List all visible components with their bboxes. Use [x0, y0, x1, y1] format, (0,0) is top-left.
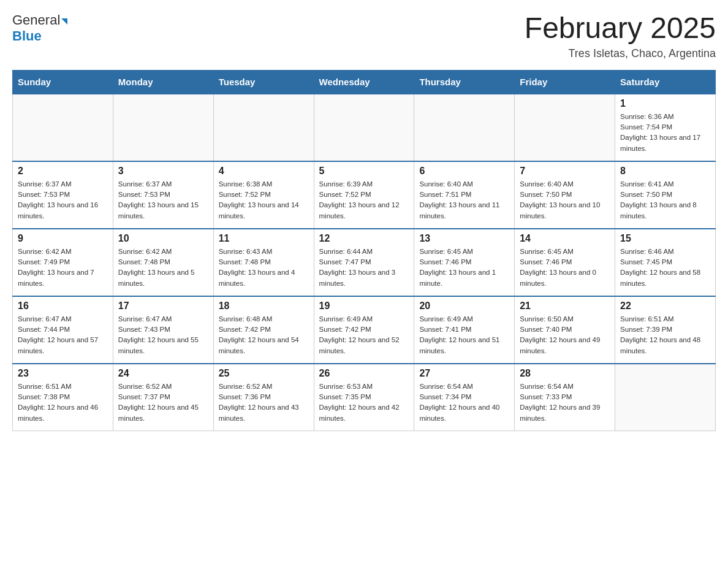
day-number: 3 — [118, 166, 208, 177]
day-info: Sunrise: 6:40 AMSunset: 7:51 PMDaylight:… — [419, 179, 509, 221]
day-info: Sunrise: 6:49 AMSunset: 7:41 PMDaylight:… — [419, 314, 509, 356]
header-thursday: Thursday — [414, 70, 515, 94]
day-info: Sunrise: 6:53 AMSunset: 7:35 PMDaylight:… — [319, 381, 409, 424]
day-info: Sunrise: 6:39 AMSunset: 7:52 PMDaylight:… — [319, 179, 409, 221]
calendar-cell: 4Sunrise: 6:38 AMSunset: 7:52 PMDaylight… — [213, 161, 314, 229]
day-info: Sunrise: 6:42 AMSunset: 7:49 PMDaylight:… — [18, 247, 108, 289]
day-info: Sunrise: 6:54 AMSunset: 7:33 PMDaylight:… — [520, 381, 610, 424]
day-number: 5 — [319, 166, 409, 177]
day-number: 7 — [520, 166, 610, 177]
day-info: Sunrise: 6:45 AMSunset: 7:46 PMDaylight:… — [520, 247, 610, 289]
day-number: 2 — [18, 166, 108, 177]
calendar-cell: 15Sunrise: 6:46 AMSunset: 7:45 PMDayligh… — [615, 229, 716, 296]
calendar-cell: 28Sunrise: 6:54 AMSunset: 7:33 PMDayligh… — [515, 364, 615, 431]
day-number: 1 — [620, 98, 710, 109]
calendar-cell — [213, 94, 314, 161]
calendar-cell: 16Sunrise: 6:47 AMSunset: 7:44 PMDayligh… — [13, 296, 113, 364]
header-wednesday: Wednesday — [314, 70, 414, 94]
calendar-header: SundayMondayTuesdayWednesdayThursdayFrid… — [13, 70, 716, 94]
calendar-cell: 24Sunrise: 6:52 AMSunset: 7:37 PMDayligh… — [113, 364, 213, 431]
calendar-cell: 7Sunrise: 6:40 AMSunset: 7:50 PMDaylight… — [515, 161, 615, 229]
header-sunday: Sunday — [13, 70, 113, 94]
day-number: 12 — [319, 233, 409, 244]
day-info: Sunrise: 6:41 AMSunset: 7:50 PMDaylight:… — [620, 179, 710, 221]
day-number: 11 — [219, 233, 309, 244]
calendar-cell: 12Sunrise: 6:44 AMSunset: 7:47 PMDayligh… — [314, 229, 414, 296]
logo-line1: General — [12, 12, 60, 28]
day-number: 14 — [520, 233, 610, 244]
calendar-cell: 3Sunrise: 6:37 AMSunset: 7:53 PMDaylight… — [113, 161, 213, 229]
day-info: Sunrise: 6:51 AMSunset: 7:38 PMDaylight:… — [18, 381, 108, 424]
week-row-4: 23Sunrise: 6:51 AMSunset: 7:38 PMDayligh… — [13, 364, 716, 431]
day-number: 24 — [118, 368, 208, 379]
logo-arrow-icon — [61, 18, 67, 25]
day-info: Sunrise: 6:50 AMSunset: 7:40 PMDaylight:… — [520, 314, 610, 356]
day-number: 22 — [620, 301, 710, 312]
calendar-cell: 9Sunrise: 6:42 AMSunset: 7:49 PMDaylight… — [13, 229, 113, 296]
day-number: 6 — [419, 166, 509, 177]
day-number: 28 — [520, 368, 610, 379]
day-number: 27 — [419, 368, 509, 379]
week-row-2: 9Sunrise: 6:42 AMSunset: 7:49 PMDaylight… — [13, 229, 716, 296]
day-info: Sunrise: 6:54 AMSunset: 7:34 PMDaylight:… — [419, 381, 509, 424]
header-saturday: Saturday — [615, 70, 716, 94]
calendar-cell: 14Sunrise: 6:45 AMSunset: 7:46 PMDayligh… — [515, 229, 615, 296]
title-block: February 2025 Tres Isletas, Chaco, Argen… — [525, 12, 716, 60]
calendar-cell — [113, 94, 213, 161]
calendar-cell: 10Sunrise: 6:42 AMSunset: 7:48 PMDayligh… — [113, 229, 213, 296]
calendar-cell: 5Sunrise: 6:39 AMSunset: 7:52 PMDaylight… — [314, 161, 414, 229]
calendar-cell — [615, 364, 716, 431]
week-row-1: 2Sunrise: 6:37 AMSunset: 7:53 PMDaylight… — [13, 161, 716, 229]
day-info: Sunrise: 6:47 AMSunset: 7:44 PMDaylight:… — [18, 314, 108, 356]
day-number: 8 — [620, 166, 710, 177]
day-number: 9 — [18, 233, 108, 244]
day-info: Sunrise: 6:45 AMSunset: 7:46 PMDaylight:… — [419, 247, 509, 289]
day-number: 4 — [219, 166, 309, 177]
day-number: 16 — [18, 301, 108, 312]
calendar-cell: 13Sunrise: 6:45 AMSunset: 7:46 PMDayligh… — [414, 229, 515, 296]
page-title: February 2025 — [525, 12, 716, 45]
day-info: Sunrise: 6:38 AMSunset: 7:52 PMDaylight:… — [219, 179, 309, 221]
calendar-cell: 27Sunrise: 6:54 AMSunset: 7:34 PMDayligh… — [414, 364, 515, 431]
day-number: 18 — [219, 301, 309, 312]
page-header: General Blue February 2025 Tres Isletas,… — [12, 12, 716, 60]
day-number: 20 — [419, 301, 509, 312]
day-number: 26 — [319, 368, 409, 379]
calendar-cell — [13, 94, 113, 161]
day-info: Sunrise: 6:49 AMSunset: 7:42 PMDaylight:… — [319, 314, 409, 356]
header-friday: Friday — [515, 70, 615, 94]
calendar-cell: 22Sunrise: 6:51 AMSunset: 7:39 PMDayligh… — [615, 296, 716, 364]
header-row: SundayMondayTuesdayWednesdayThursdayFrid… — [13, 70, 716, 94]
day-info: Sunrise: 6:46 AMSunset: 7:45 PMDaylight:… — [620, 247, 710, 289]
page-subtitle: Tres Isletas, Chaco, Argentina — [525, 47, 716, 60]
day-info: Sunrise: 6:37 AMSunset: 7:53 PMDaylight:… — [118, 179, 208, 221]
calendar-cell: 17Sunrise: 6:47 AMSunset: 7:43 PMDayligh… — [113, 296, 213, 364]
calendar-body: 1Sunrise: 6:36 AMSunset: 7:54 PMDaylight… — [13, 94, 716, 431]
calendar-cell — [314, 94, 414, 161]
day-number: 25 — [219, 368, 309, 379]
day-info: Sunrise: 6:36 AMSunset: 7:54 PMDaylight:… — [620, 112, 710, 154]
day-info: Sunrise: 6:52 AMSunset: 7:37 PMDaylight:… — [118, 381, 208, 424]
week-row-0: 1Sunrise: 6:36 AMSunset: 7:54 PMDaylight… — [13, 94, 716, 161]
week-row-3: 16Sunrise: 6:47 AMSunset: 7:44 PMDayligh… — [13, 296, 716, 364]
calendar-cell: 25Sunrise: 6:52 AMSunset: 7:36 PMDayligh… — [213, 364, 314, 431]
day-number: 23 — [18, 368, 108, 379]
calendar-cell: 19Sunrise: 6:49 AMSunset: 7:42 PMDayligh… — [314, 296, 414, 364]
day-number: 10 — [118, 233, 208, 244]
calendar-cell: 18Sunrise: 6:48 AMSunset: 7:42 PMDayligh… — [213, 296, 314, 364]
day-info: Sunrise: 6:37 AMSunset: 7:53 PMDaylight:… — [18, 179, 108, 221]
day-info: Sunrise: 6:43 AMSunset: 7:48 PMDaylight:… — [219, 247, 309, 289]
day-number: 15 — [620, 233, 710, 244]
calendar-cell: 11Sunrise: 6:43 AMSunset: 7:48 PMDayligh… — [213, 229, 314, 296]
calendar-cell: 20Sunrise: 6:49 AMSunset: 7:41 PMDayligh… — [414, 296, 515, 364]
logo: General Blue — [12, 12, 67, 44]
day-number: 17 — [118, 301, 208, 312]
header-monday: Monday — [113, 70, 213, 94]
calendar-cell — [515, 94, 615, 161]
calendar-cell: 2Sunrise: 6:37 AMSunset: 7:53 PMDaylight… — [13, 161, 113, 229]
day-info: Sunrise: 6:47 AMSunset: 7:43 PMDaylight:… — [118, 314, 208, 356]
calendar-cell: 1Sunrise: 6:36 AMSunset: 7:54 PMDaylight… — [615, 94, 716, 161]
calendar-cell: 23Sunrise: 6:51 AMSunset: 7:38 PMDayligh… — [13, 364, 113, 431]
header-tuesday: Tuesday — [213, 70, 314, 94]
day-number: 19 — [319, 301, 409, 312]
